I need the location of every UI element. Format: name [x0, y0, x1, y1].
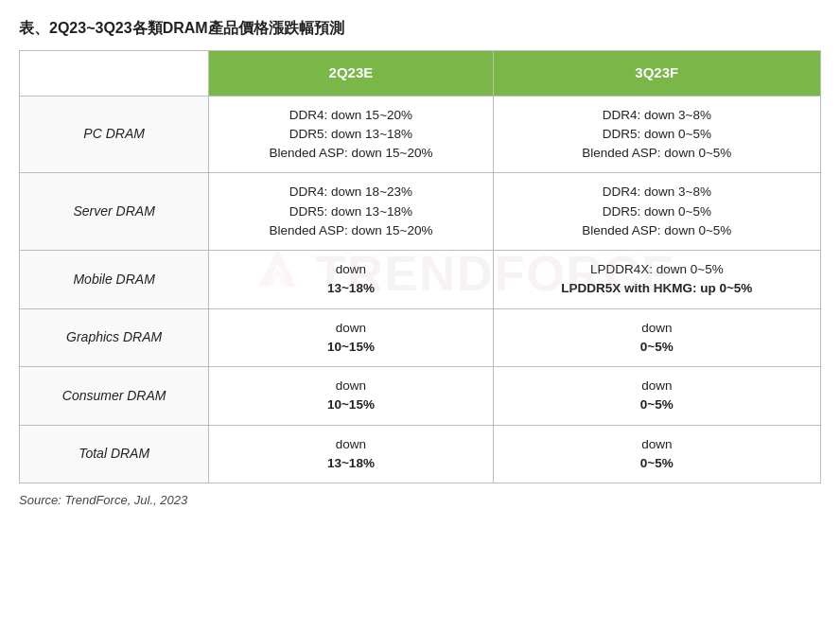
row-q3-4: down0~5%: [493, 367, 820, 426]
row-label-0: PC DRAM: [20, 96, 209, 173]
row-q2-4: down10~15%: [209, 367, 493, 426]
row-q2-2: down13~18%: [209, 251, 493, 309]
row-label-5: Total DRAM: [20, 425, 209, 483]
header-2q23: 2Q23E: [209, 51, 493, 97]
row-label-3: Graphics DRAM: [20, 308, 209, 367]
row-q3-5: down0~5%: [493, 425, 820, 483]
header-empty: [20, 51, 209, 97]
page-title: 表、2Q23~3Q23各類DRAM產品價格漲跌幅預測: [19, 19, 821, 39]
dram-table: 2Q23E 3Q23F PC DRAMDDR4: down 15~20%DDR5…: [19, 50, 821, 483]
row-q2-1: DDR4: down 18~23%DDR5: down 13~18%Blende…: [209, 173, 493, 251]
row-q3-0: DDR4: down 3~8%DDR5: down 0~5%Blended AS…: [493, 96, 820, 173]
row-q2-3: down10~15%: [209, 308, 493, 367]
row-q2-0: DDR4: down 15~20%DDR5: down 13~18%Blende…: [209, 96, 493, 173]
header-3q23: 3Q23F: [493, 51, 820, 97]
row-q3-3: down0~5%: [493, 308, 820, 367]
row-q3-2: LPDDR4X: down 0~5%LPDDR5X with HKMG: up …: [493, 251, 820, 309]
row-label-1: Server DRAM: [20, 173, 209, 251]
source-text: Source: TrendForce, Jul., 2023: [19, 493, 821, 507]
row-label-2: Mobile DRAM: [20, 251, 209, 309]
row-label-4: Consumer DRAM: [20, 367, 209, 426]
row-q2-5: down13~18%: [209, 425, 493, 483]
row-q3-1: DDR4: down 3~8%DDR5: down 0~5%Blended AS…: [493, 173, 820, 251]
table-wrapper: TRENDFORCE 2Q23E 3Q23F PC DRAMDDR4: down…: [19, 50, 821, 483]
